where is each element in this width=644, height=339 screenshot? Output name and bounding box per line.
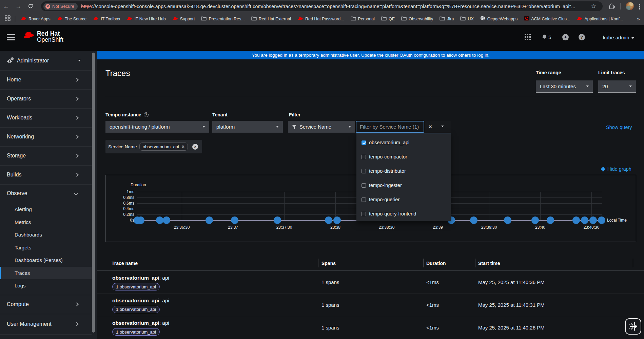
folder-icon <box>460 16 466 22</box>
bookmark-item[interactable]: Rover Apps <box>21 16 51 22</box>
checkbox-icon[interactable] <box>362 169 366 173</box>
trace-dot[interactable] <box>231 216 238 224</box>
menu-option-tempo-distributor[interactable]: tempo-distributor <box>356 164 451 178</box>
chart-vgridline <box>335 192 336 220</box>
time-range-select[interactable]: Last 30 minutes <box>536 80 593 93</box>
bookmarks-separator <box>15 16 15 22</box>
checkbox-icon[interactable] <box>362 183 366 188</box>
bookmark-item[interactable]: Red Hat Password... <box>297 16 344 22</box>
back-icon[interactable]: ← <box>2 2 10 10</box>
filter-attribute-select[interactable]: Service Name <box>288 121 355 133</box>
reload-icon[interactable] <box>26 2 35 10</box>
app-launcher-icon[interactable] <box>525 34 531 41</box>
sidebar-scrollbar[interactable] <box>92 53 95 333</box>
help-icon[interactable]: ? <box>579 34 585 40</box>
sidebar-item-home[interactable]: Home <box>0 70 92 89</box>
sidebar-item-metrics[interactable]: Metrics <box>0 216 92 229</box>
menu-option-observatorium_api[interactable]: observatorium_api <box>356 135 451 150</box>
bookmark-item[interactable]: IT Toolbox <box>93 16 120 22</box>
checkbox-checked-icon[interactable] <box>362 140 366 145</box>
trace-dot[interactable] <box>589 216 597 224</box>
chart-ytick-label: 0.4ms <box>119 206 134 211</box>
sidebar-item-user-management[interactable]: User Management <box>0 314 92 334</box>
redhat-fedora-icon <box>21 16 26 22</box>
bookmark-item[interactable]: Presentation Res... <box>201 16 245 22</box>
sidebar-item-compute[interactable]: Compute <box>0 295 92 314</box>
chip-remove-icon[interactable]: × <box>182 144 184 149</box>
trace-dot[interactable] <box>163 216 170 224</box>
bookmark-item[interactable]: ACM Coletive Clus... <box>524 16 570 22</box>
sidebar-item-dashboards[interactable]: Dashboards <box>0 228 92 241</box>
sidebar-item-builds[interactable]: Builds <box>0 165 92 184</box>
brand-logo[interactable]: Red Hat OpenShift <box>22 30 63 43</box>
sidebar-item-dashboards-perses-[interactable]: Dashboards (Perses) <box>0 254 92 267</box>
sidebar-item-networking[interactable]: Networking <box>0 127 92 146</box>
url-bar[interactable]: ✕ Not Secure https://console-openshift-c… <box>41 1 603 11</box>
bookmark-item[interactable]: IT New Hire Hub <box>126 16 165 22</box>
profile-avatar[interactable] <box>626 2 634 10</box>
bookmark-item[interactable]: Applications | Konf... <box>577 16 623 22</box>
sidebar-item-targets[interactable]: Targets <box>0 241 92 254</box>
notifications-bell-icon[interactable] <box>542 34 547 41</box>
trace-name-link[interactable]: observatorium_api: api <box>112 320 169 326</box>
trace-dot[interactable] <box>206 216 213 224</box>
apps-grid-icon[interactable] <box>5 15 11 22</box>
filter-toggle-caret-icon[interactable] <box>441 126 444 127</box>
bookmark-item[interactable]: UX <box>460 16 473 22</box>
checkbox-icon[interactable] <box>362 197 366 202</box>
checkbox-icon[interactable] <box>362 155 366 159</box>
trace-dot[interactable] <box>572 216 580 224</box>
sidebar-item-operators[interactable]: Operators <box>0 89 92 109</box>
trace-dot[interactable] <box>581 216 588 224</box>
trace-dot[interactable] <box>470 216 477 224</box>
sidebar-item-storage[interactable]: Storage <box>0 146 92 165</box>
sidebar-item-alerting[interactable]: Alerting <box>0 203 92 216</box>
chart-ytick-label: 1ms <box>119 189 134 194</box>
trace-dot[interactable] <box>531 216 539 224</box>
sidebar-item-workloads[interactable]: Workloads <box>0 108 92 127</box>
sidebar-item-logs[interactable]: Logs <box>0 279 92 292</box>
menu-option-tempo-ingester[interactable]: tempo-ingester <box>356 178 451 192</box>
bookmark-item[interactable]: Red Hat External <box>251 16 291 22</box>
limit-traces-select[interactable]: 20 <box>598 80 636 93</box>
nav-toggle-icon[interactable] <box>7 34 15 41</box>
tenant-select[interactable]: platform <box>212 121 283 133</box>
bookmark-item[interactable]: OcpqeWebapps <box>480 16 518 22</box>
trace-dot[interactable] <box>333 216 341 224</box>
show-query-link[interactable]: Show query <box>606 125 632 130</box>
bookmark-star-icon[interactable]: ☆ <box>591 3 596 10</box>
trace-dot[interactable] <box>156 216 163 224</box>
bookmark-item[interactable]: QE <box>381 16 395 22</box>
checkbox-icon[interactable] <box>362 212 366 216</box>
lightspeed-button[interactable] <box>625 318 641 335</box>
trace-dot[interactable] <box>274 216 281 224</box>
tempo-help-icon[interactable]: ? <box>144 112 149 117</box>
bookmark-item[interactable]: Observability <box>401 16 433 22</box>
service-name-filter-input[interactable]: Filter by Service Name (1) <box>356 121 424 133</box>
forward-icon[interactable]: → <box>14 2 22 10</box>
menu-option-tempo-query-frontend[interactable]: tempo-query-frontend <box>356 207 451 221</box>
not-secure-badge[interactable]: ✕ Not Secure <box>43 3 78 10</box>
browser-menu-icon[interactable] <box>639 4 640 5</box>
chips-clear-all-icon[interactable]: × <box>192 144 198 150</box>
sidebar-item-observe[interactable]: Observe <box>0 184 92 203</box>
bookmark-item[interactable]: The Source <box>57 16 87 22</box>
bookmark-item[interactable]: Jira <box>440 16 454 22</box>
filter-clear-icon[interactable]: × <box>424 121 436 133</box>
menu-option-tempo-compactor[interactable]: tempo-compactor <box>356 150 451 164</box>
extensions-icon[interactable] <box>608 3 615 11</box>
trace-name-link[interactable]: observatorium_api: api <box>112 298 169 304</box>
menu-option-tempo-querier[interactable]: tempo-querier <box>356 192 451 207</box>
tempo-instance-select[interactable]: openshift-tracing / platform <box>105 121 209 133</box>
perspective-switcher[interactable]: Administrator <box>0 51 92 70</box>
hide-graph-link[interactable]: Hide graph <box>601 166 631 172</box>
trace-name-link[interactable]: observatorium_api: api <box>112 275 169 281</box>
user-menu[interactable]: kube:admin <box>603 35 629 40</box>
add-icon[interactable]: + <box>562 34 569 40</box>
bookmark-item[interactable]: Personal <box>351 16 375 22</box>
bookmark-item[interactable]: Support <box>172 16 195 22</box>
trace-dot[interactable] <box>325 216 332 224</box>
bookmarks-overflow-icon[interactable]: » <box>637 16 640 22</box>
oauth-config-link[interactable]: cluster OAuth configuration <box>385 53 440 58</box>
sidebar-item-traces[interactable]: Traces <box>0 267 92 280</box>
